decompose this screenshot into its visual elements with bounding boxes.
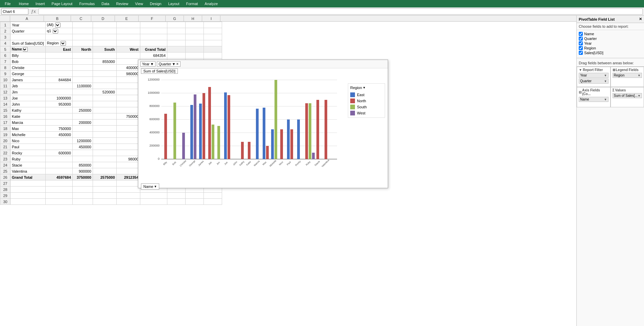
- formula-icon: ƒx: [31, 9, 36, 14]
- chart-name-button[interactable]: Name ▼: [141, 183, 159, 190]
- year-filter-arrow: ▼: [150, 62, 154, 66]
- year-dropdown[interactable]: [55, 23, 61, 27]
- pivot-close-icon[interactable]: ✕: [639, 17, 642, 21]
- svg-text:Katie: Katie: [246, 160, 251, 166]
- menu-home[interactable]: Home: [18, 1, 30, 6]
- chart-legend-title[interactable]: Region ▼: [350, 86, 383, 90]
- bar-christie-west: [182, 133, 185, 159]
- cell-G1: [167, 22, 185, 28]
- menu-design[interactable]: Design: [148, 1, 163, 6]
- zone-item-region[interactable]: Region ▼: [613, 73, 642, 78]
- row-num-5: 5: [0, 46, 10, 52]
- field-name-checkbox[interactable]: [579, 32, 583, 36]
- pivot-title: PivotTable Field List: [579, 17, 615, 21]
- filter-icon: ▼: [579, 68, 582, 72]
- pivot-field-sales: Sales[USD]: [579, 50, 642, 55]
- menu-page-layout[interactable]: Page Layout: [50, 1, 74, 6]
- name-dropdown[interactable]: [23, 47, 28, 52]
- cell-B1[interactable]: (All): [45, 22, 72, 28]
- menu-format[interactable]: Format: [185, 1, 199, 6]
- col-header-B: B: [44, 16, 71, 21]
- region-legend-label: Region: [350, 86, 362, 90]
- field-year-checkbox[interactable]: [579, 41, 583, 45]
- cell-B2[interactable]: q1: [45, 28, 72, 34]
- pivot-field-quarter: Quarter: [579, 36, 642, 41]
- quarter-filter-button[interactable]: Quarter ▼ ✕: [157, 61, 181, 67]
- menu-insert[interactable]: Insert: [34, 1, 46, 6]
- svg-text:Ruby: Ruby: [305, 160, 311, 167]
- zone-item-quarter[interactable]: Quarter ▼: [579, 79, 609, 84]
- field-name-label: Name: [584, 32, 594, 36]
- row-num-2: 2: [0, 28, 10, 34]
- cell-I1: [204, 22, 222, 28]
- chart-svg-area: 1200000 1000000 800000 600000 400000 200…: [141, 77, 345, 178]
- formula-input[interactable]: [39, 8, 643, 15]
- year-filter-button[interactable]: Year ▼: [140, 61, 156, 67]
- pivot-subtitle: Choose fields to add to report:: [577, 23, 644, 30]
- cell-I2: [204, 28, 222, 34]
- zone-item-year[interactable]: Year ▼: [579, 73, 609, 78]
- pivot-field-name: Name: [579, 31, 642, 36]
- region-legend-arrow: ▼: [363, 86, 366, 89]
- cell-B4[interactable]: Region: [45, 40, 72, 46]
- field-region-checkbox[interactable]: [579, 46, 583, 50]
- cell-D5: South: [93, 46, 116, 52]
- region-dropdown[interactable]: [61, 41, 66, 46]
- col-header-G: G: [166, 16, 184, 21]
- cell-C2: [72, 28, 93, 34]
- cell-E5: West: [116, 46, 140, 52]
- svg-text:Max: Max: [262, 161, 267, 166]
- menu-file[interactable]: File: [2, 1, 14, 6]
- bar-james-north: [202, 93, 205, 159]
- bar-chart-svg: 1200000 1000000 800000 600000 400000 200…: [141, 77, 340, 168]
- menu-review[interactable]: Review: [115, 1, 129, 6]
- pivot-zone-axis-fields: ⊟ Axis Fields (Co... Name ▼: [577, 87, 611, 107]
- bar-jeb-south: [212, 125, 214, 159]
- menu-bar: File Home Insert Page Layout Formulas Da…: [0, 0, 644, 7]
- cell-I5: [204, 46, 222, 52]
- cell-G5: [167, 46, 185, 52]
- col-header-A: A: [10, 16, 44, 21]
- table-row: 5 Name East North South West Grand Total: [0, 46, 222, 52]
- table-row: 29: [0, 193, 222, 199]
- menu-analyze[interactable]: Analyze: [203, 1, 219, 6]
- zone-item-name[interactable]: Name ▼: [579, 97, 609, 102]
- col-header-I: I: [202, 16, 220, 21]
- cell-E3: [116, 34, 140, 40]
- cell-A2[interactable]: Quarter: [10, 28, 46, 34]
- zone-item-sum-sales[interactable]: Sum of Sales[... ▼: [613, 93, 642, 98]
- cell-G4: [167, 40, 185, 46]
- zone-values-header: Σ Values: [613, 88, 642, 92]
- quarter-dropdown[interactable]: [53, 29, 58, 34]
- name-box[interactable]: Chart 6: [1, 8, 28, 15]
- pivot-zone-legend-fields: ⊞ Legend Fields Region ▼: [611, 67, 644, 87]
- field-quarter-checkbox[interactable]: [579, 37, 583, 41]
- cell-D4: [93, 40, 116, 46]
- svg-text:Joe: Joe: [224, 161, 228, 166]
- svg-text:John: John: [232, 160, 238, 166]
- cell-A5[interactable]: Name: [10, 46, 46, 52]
- chart-name-row: Name ▼: [138, 181, 388, 191]
- bar-jeb-north: [208, 87, 211, 159]
- menu-formulas[interactable]: Formulas: [78, 1, 96, 6]
- zone-item-region-arrow: ▼: [638, 74, 641, 77]
- field-sales-checkbox[interactable]: [579, 51, 583, 55]
- cell-A4[interactable]: Sum of Sales[USD]: [10, 40, 46, 46]
- col-header-E: E: [115, 16, 139, 21]
- chart-container: Year ▼ Quarter ▼ ✕ Sum of Sales[USD] 120…: [138, 60, 388, 188]
- sum-label-row: Sum of Sales[USD]: [138, 68, 388, 74]
- pivot-header: PivotTable Field List ✕: [577, 16, 644, 23]
- table-row: 1 Year (All): [0, 22, 222, 28]
- cell-C3: [72, 34, 93, 40]
- cell-A1[interactable]: Year: [10, 22, 46, 28]
- cell-F3: [140, 34, 167, 40]
- bar-george-east: [190, 105, 193, 159]
- zone-report-filter-header: ▼ Report Filter: [579, 68, 609, 72]
- menu-layout[interactable]: Layout: [167, 1, 181, 6]
- svg-text:0: 0: [158, 157, 160, 160]
- pivot-zones: ▼ Report Filter Year ▼ Quarter ▼ ⊞ Legen…: [577, 66, 644, 107]
- bar-bob-south: [173, 103, 176, 159]
- menu-data[interactable]: Data: [100, 1, 111, 6]
- field-year-label: Year: [584, 41, 592, 45]
- menu-view[interactable]: View: [134, 1, 145, 6]
